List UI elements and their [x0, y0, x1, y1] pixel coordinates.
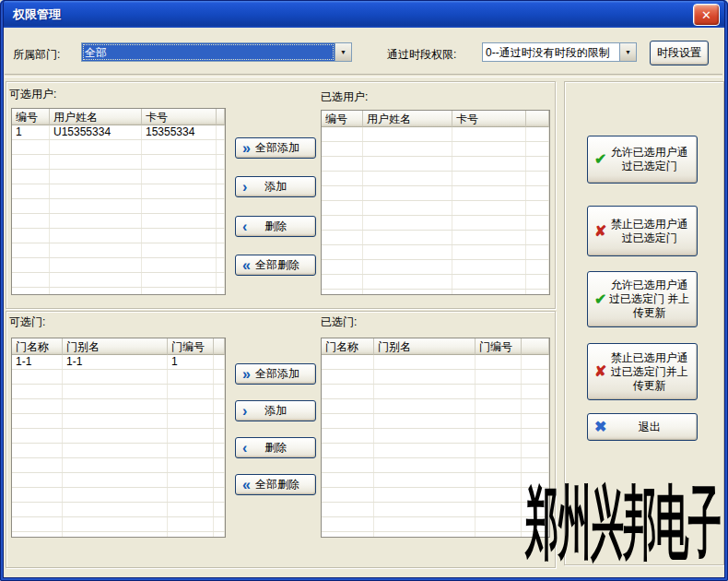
column-header-filler[interactable]: [214, 338, 225, 355]
available-users-table[interactable]: 编号用户姓名卡号1U1535533415355334: [11, 108, 226, 295]
allow-and-upload-button[interactable]: ✔ 允许已选用户通过已选定门 并上传更新: [587, 271, 698, 327]
double-right-chevron-icon: »: [242, 368, 251, 381]
allow-users-label: 允许已选用户通过已选定门: [606, 146, 692, 173]
allow-users-through-doors-button[interactable]: ✔ 允许已选用户通过已选定门: [587, 136, 698, 184]
column-header-filler[interactable]: [217, 109, 225, 125]
available-doors-table[interactable]: 门名称门别名门编号1-11-11: [11, 338, 226, 538]
table-cell: [168, 517, 214, 531]
table-cell: [12, 258, 50, 272]
table-cell: [12, 288, 50, 295]
exit-label: 退出: [606, 421, 692, 434]
column-header[interactable]: 门编号: [168, 338, 214, 355]
column-header[interactable]: 门名称: [12, 338, 63, 355]
deny-and-upload-button[interactable]: ✘ 禁止已选用户通过已选定门并上传更新: [587, 343, 698, 400]
table-cell: [142, 229, 217, 243]
add-all-doors-button[interactable]: » 全部添加: [235, 363, 316, 385]
selected-users-table[interactable]: 编号用户姓名卡号: [321, 110, 550, 295]
check-icon: ✔: [594, 292, 606, 307]
column-header-filler[interactable]: [526, 111, 549, 127]
table-cell: [50, 155, 142, 169]
column-header[interactable]: 卡号: [452, 111, 526, 127]
table-body: 1U1535533415355334: [12, 125, 225, 295]
table-cell: [374, 444, 476, 457]
period-combobox[interactable]: 0--通过时没有时段的限制 ▼: [482, 42, 637, 62]
table-cell: [214, 503, 225, 516]
remove-all-users-button[interactable]: « 全部删除: [235, 255, 316, 276]
column-header[interactable]: 门别名: [374, 338, 476, 355]
table-cell: [363, 127, 452, 141]
table-cell: [322, 429, 374, 443]
table-cell: 1: [12, 125, 50, 139]
table-cell: [12, 385, 63, 398]
table-cell: [142, 243, 217, 257]
table-row-empty: [12, 473, 225, 488]
vendor-watermark: 郑州兴邦电子: [525, 483, 721, 561]
column-header[interactable]: 编号: [12, 109, 50, 125]
deny-users-through-doors-button[interactable]: ✘ 禁止已选用户通过已选定门: [587, 206, 698, 256]
table-row-empty: [322, 370, 549, 385]
table-row-empty: [12, 458, 225, 473]
column-header[interactable]: 卡号: [142, 109, 217, 125]
column-header[interactable]: 门名称: [322, 338, 374, 355]
table-cell: [12, 414, 63, 428]
table-cell: 1-1: [63, 355, 168, 369]
table-cell: [526, 172, 549, 185]
table-cell: [363, 275, 452, 289]
remove-user-button[interactable]: ‹ 删除: [235, 216, 316, 237]
column-header-filler[interactable]: [522, 338, 549, 355]
add-all-users-button[interactable]: » 全部添加: [235, 137, 316, 159]
table-cell: [50, 199, 142, 213]
column-header[interactable]: 用户姓名: [50, 109, 142, 125]
table-cell: [168, 503, 214, 516]
cross-icon: ✘: [594, 224, 606, 239]
table-header-row: 门名称门别名门编号: [322, 338, 549, 355]
table-cell: [476, 532, 522, 538]
period-settings-button[interactable]: 时段设置: [650, 41, 709, 65]
selected-doors-table[interactable]: 门名称门别名门编号: [321, 338, 550, 538]
table-row[interactable]: 1U1535533415355334: [12, 125, 225, 140]
table-cell: [50, 170, 142, 184]
remove-all-doors-button[interactable]: « 全部删除: [235, 474, 316, 495]
dropdown-arrow-icon[interactable]: ▼: [335, 43, 351, 61]
remove-door-button[interactable]: ‹ 删除: [235, 437, 316, 458]
table-cell: [522, 444, 549, 457]
table-cell: [12, 517, 63, 531]
table-cell: [522, 355, 549, 369]
table-row-empty: [322, 385, 549, 399]
table-cell: [476, 399, 522, 413]
table-cell: 1-1: [12, 355, 63, 369]
table-cell: [322, 216, 363, 230]
add-door-button[interactable]: › 添加: [235, 400, 316, 421]
exit-button[interactable]: ✖ 退出: [587, 413, 698, 441]
table-row-empty: [322, 245, 549, 260]
table-cell: [526, 201, 549, 215]
department-combobox[interactable]: 全部 ▼: [81, 42, 352, 62]
table-cell: [63, 488, 168, 502]
column-header[interactable]: 门别名: [63, 338, 168, 355]
table-cell: [526, 231, 549, 244]
table-row-empty: [12, 199, 225, 214]
dropdown-arrow-icon[interactable]: ▼: [619, 43, 636, 61]
title-bar[interactable]: 权限管理 ✕: [0, 0, 728, 28]
table-cell: [363, 216, 452, 230]
table-cell: [476, 414, 522, 428]
table-row-empty: [12, 258, 225, 273]
table-cell: [522, 399, 549, 413]
table-row[interactable]: 1-11-11: [12, 355, 225, 370]
table-cell: [63, 429, 168, 443]
deny-users-label: 禁止已选用户通过已选定门: [606, 218, 692, 245]
table-cell: [142, 273, 217, 287]
table-cell: [374, 458, 476, 472]
add-user-button[interactable]: › 添加: [235, 176, 316, 197]
table-row-empty: [12, 214, 225, 229]
column-header[interactable]: 门编号: [476, 338, 522, 355]
column-header[interactable]: 用户姓名: [363, 111, 452, 127]
table-cell: [374, 503, 476, 516]
column-header[interactable]: 编号: [322, 111, 363, 127]
close-button[interactable]: ✕: [693, 4, 720, 26]
table-cell: [12, 399, 63, 413]
table-cell: [526, 157, 549, 171]
table-row-empty: [322, 444, 549, 458]
table-cell: [142, 288, 217, 295]
add-user-label: 添加: [247, 179, 310, 195]
